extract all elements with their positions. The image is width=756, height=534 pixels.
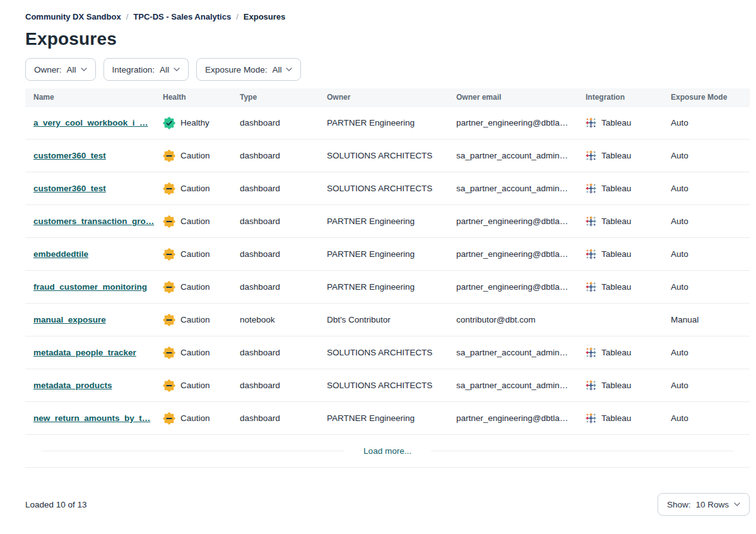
name-cell: customer360_test — [25, 184, 155, 193]
integration-cell: Tableau — [577, 282, 663, 292]
type-cell: notebook — [232, 315, 319, 324]
type-cell: dashboard — [232, 282, 319, 292]
chevron-down-icon — [734, 502, 740, 506]
owner-filter-value: All — [67, 65, 76, 74]
exposures-table: Name Health Type Owner Owner email Integ… — [25, 88, 750, 468]
caution-icon — [163, 412, 175, 425]
owner-email-cell: sa_partner_account_admin… — [448, 151, 577, 160]
owner-email-cell: sa_partner_account_admin… — [448, 381, 577, 390]
integration-label: Tableau — [601, 249, 631, 259]
column-header-integration: Integration — [577, 93, 663, 102]
owner-cell: SOLUTIONS ARCHITECTS — [319, 348, 448, 357]
show-rows-dropdown[interactable]: Show: 10 Rows — [658, 493, 750, 516]
owner-cell: PARTNER Engineering — [319, 118, 448, 128]
type-cell: dashboard — [232, 381, 319, 390]
exposure-mode-cell: Auto — [663, 151, 750, 160]
owner-cell: PARTNER Engineering — [319, 217, 448, 226]
tableau-icon — [586, 249, 596, 259]
health-cell: Caution — [155, 314, 232, 326]
caution-icon — [163, 150, 175, 162]
table-row: a_very_cool_workbook_i_… Healthy d — [25, 107, 750, 139]
integration-label: Tableau — [601, 217, 631, 226]
caution-icon — [163, 347, 175, 359]
owner-email-cell: partner_engineering@dbtla… — [448, 217, 577, 226]
exposure-mode-filter-label: Exposure Mode: — [205, 65, 267, 74]
owner-cell: PARTNER Engineering — [319, 282, 448, 292]
integration-label: Tableau — [601, 282, 631, 292]
name-cell: a_very_cool_workbook_i_… — [25, 118, 155, 128]
exposures-page: Community DX Sandbox / TPC-DS - Sales An… — [25, 0, 750, 516]
caution-icon — [163, 248, 175, 261]
health-status-label: Caution — [180, 413, 210, 423]
type-cell: dashboard — [232, 151, 319, 160]
tableau-icon — [586, 282, 596, 292]
table-header-row: Name Health Type Owner Owner email Integ… — [25, 88, 750, 107]
health-status-label: Caution — [180, 282, 210, 292]
exposure-name-link[interactable]: manual_exposure — [33, 315, 106, 324]
tableau-icon — [586, 347, 596, 358]
table-body: a_very_cool_workbook_i_… Healthy d — [25, 107, 750, 435]
integration-cell: Tableau — [577, 413, 663, 424]
breadcrumb-environment[interactable]: TPC-DS - Sales Analytics — [133, 12, 231, 21]
owner-email-cell: partner_engineering@dbtla… — [448, 249, 577, 259]
exposure-mode-cell: Auto — [663, 249, 750, 259]
owner-cell: SOLUTIONS ARCHITECTS — [319, 184, 448, 193]
breadcrumb-project[interactable]: Community DX Sandbox — [25, 12, 121, 21]
owner-cell: Dbt's Contributor — [319, 315, 448, 324]
health-cell: Caution — [155, 248, 232, 261]
exposure-name-link[interactable]: customer360_test — [33, 184, 106, 193]
name-cell: metadata_people_tracker — [25, 348, 155, 357]
health-cell: Healthy — [155, 117, 232, 129]
load-more-row: Load more... — [25, 435, 750, 468]
table-row: fraud_customer_monitoring Caution — [25, 271, 750, 304]
health-cell: Caution — [155, 347, 232, 359]
exposure-mode-cell: Auto — [663, 118, 750, 128]
name-cell: customers_transaction_gro… — [25, 217, 155, 226]
integration-cell: Tableau — [577, 117, 663, 128]
chevron-down-icon — [286, 68, 292, 71]
exposure-name-link[interactable]: a_very_cool_workbook_i_… — [33, 118, 148, 128]
show-rows-label: Show: — [667, 500, 691, 509]
healthy-icon — [163, 117, 175, 129]
exposure-name-link[interactable]: new_return_amounts_by_t… — [33, 413, 150, 423]
exposure-mode-filter-dropdown[interactable]: Exposure Mode: All — [196, 58, 301, 81]
integration-filter-dropdown[interactable]: Integration: All — [103, 58, 189, 81]
integration-label: Tableau — [601, 381, 631, 390]
integration-label: Tableau — [601, 348, 631, 357]
exposure-mode-cell: Auto — [663, 348, 750, 357]
exposure-mode-cell: Manual — [663, 315, 750, 324]
type-cell: dashboard — [232, 118, 319, 128]
exposure-name-link[interactable]: fraud_customer_monitoring — [33, 282, 147, 292]
caution-icon — [163, 281, 175, 294]
exposure-name-link[interactable]: customers_transaction_gro… — [33, 217, 154, 226]
exposure-name-link[interactable]: metadata_people_tracker — [33, 348, 136, 357]
owner-email-cell: partner_engineering@dbtla… — [448, 118, 577, 128]
owner-filter-label: Owner: — [34, 65, 62, 74]
table-row: customers_transaction_gro… Caution — [25, 205, 750, 238]
name-cell: fraud_customer_monitoring — [25, 282, 155, 292]
health-status-label: Caution — [180, 249, 210, 259]
divider — [431, 451, 734, 451]
caution-icon — [163, 215, 175, 228]
owner-cell: PARTNER Engineering — [319, 249, 448, 259]
load-more-link[interactable]: Load more... — [360, 446, 415, 456]
health-status-label: Caution — [180, 381, 210, 390]
loaded-count: Loaded 10 of 13 — [25, 500, 87, 509]
integration-cell: Tableau — [577, 380, 663, 391]
health-status-label: Healthy — [180, 118, 210, 128]
exposure-name-link[interactable]: metadata_products — [33, 381, 112, 390]
tableau-icon — [586, 183, 596, 194]
owner-filter-dropdown[interactable]: Owner: All — [25, 58, 96, 81]
type-cell: dashboard — [232, 184, 319, 193]
tableau-icon — [586, 117, 596, 128]
owner-email-cell: sa_partner_account_admin… — [448, 348, 577, 357]
health-status-label: Caution — [180, 184, 210, 193]
exposure-name-link[interactable]: customer360_test — [33, 151, 106, 160]
exposure-name-link[interactable]: embeddedtile — [33, 249, 88, 259]
table-row: customer360_test Caution dashboard — [25, 172, 750, 205]
table-row: manual_exposure Caution notebook — [25, 304, 750, 336]
column-header-owner-email: Owner email — [448, 93, 577, 102]
type-cell: dashboard — [232, 249, 319, 259]
caution-icon — [163, 314, 175, 326]
column-header-exposure-mode: Exposure Mode — [663, 93, 750, 102]
